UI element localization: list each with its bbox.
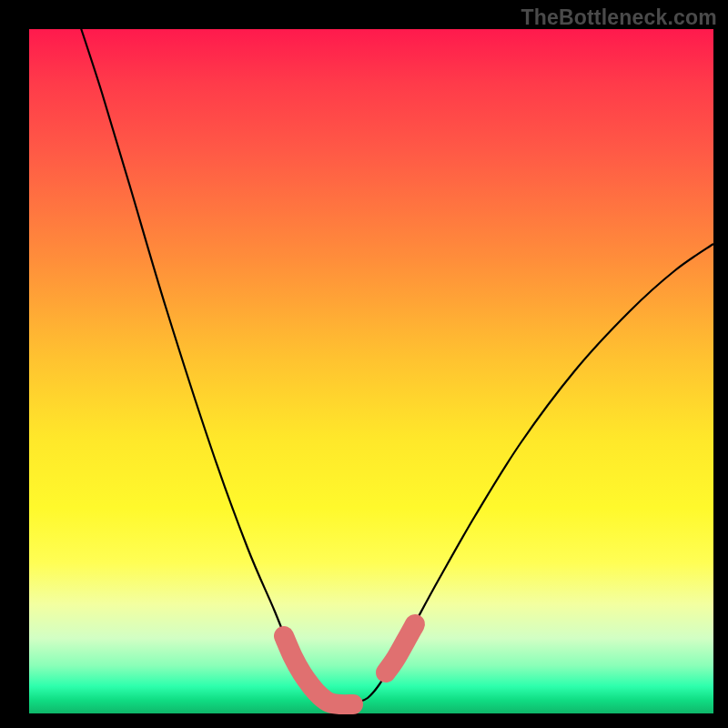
curve-line	[78, 20, 713, 704]
marker-cluster-right	[386, 624, 415, 672]
marker-cluster-left	[284, 636, 353, 704]
watermark-text: TheBottleneck.com	[521, 5, 717, 30]
chart-svg	[29, 29, 713, 713]
chart-plot-area	[29, 29, 713, 713]
chart-frame: TheBottleneck.com	[0, 0, 728, 728]
